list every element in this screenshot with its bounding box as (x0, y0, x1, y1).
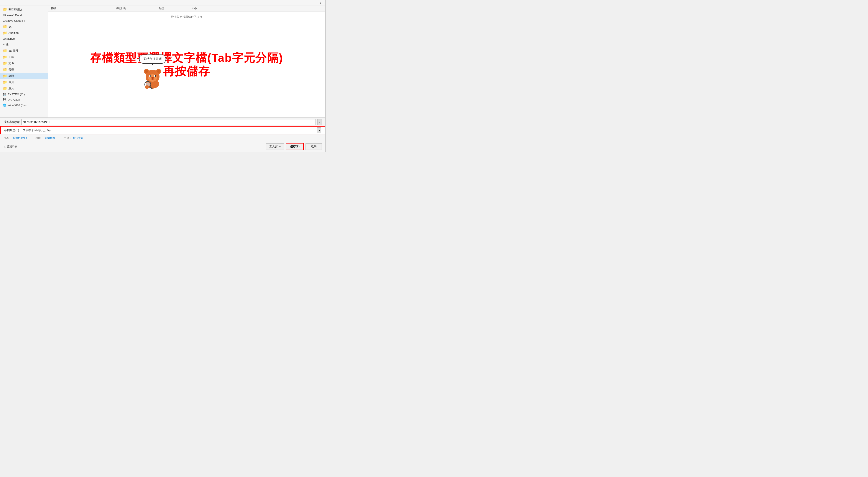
svg-point-10 (155, 75, 156, 77)
sidebar-item-label: 1x (8, 25, 11, 28)
svg-point-9 (150, 75, 151, 77)
author-value[interactable]: 張書怡 kena (13, 136, 27, 140)
filename-dropdown-arrow[interactable]: ▾ (317, 119, 322, 125)
filename-label: 檔案名稱(N): (4, 120, 20, 124)
sidebar-item-audition[interactable]: 📁 Audition (0, 30, 48, 36)
sidebar-item-label: erica0616 (\\stc (8, 103, 27, 107)
sidebar-item-label: 本機 (3, 42, 8, 47)
tools-dropdown-arrow: ▾ (279, 145, 281, 148)
speech-bubble-text: 要特別注意喔 (144, 57, 162, 61)
action-left: ▲ 藏資料夾 (4, 145, 264, 149)
folder-icon: 📁 (3, 67, 7, 72)
title-value[interactable]: 新增標題 (45, 136, 55, 140)
sidebar-item-music[interactable]: 📁 音樂 (0, 66, 48, 73)
sidebar-item-label: 桌面 (8, 74, 14, 78)
sidebar-item-label: DATA (D:) (8, 98, 20, 101)
filetype-dropdown-arrow[interactable]: ▾ (317, 127, 321, 133)
drive-icon: 💾 (3, 93, 6, 96)
svg-point-11 (151, 77, 154, 79)
sidebar-item-msexcel[interactable]: Microsoft Excel (0, 12, 48, 18)
column-headers: 名稱 修改日期 類型 大小 (48, 5, 325, 11)
filename-input[interactable] (22, 119, 316, 125)
col-date-header[interactable]: 修改日期 (116, 6, 159, 10)
col-name-header[interactable]: 名稱 (51, 6, 116, 10)
folder-icon: 📁 (3, 31, 7, 35)
sidebar-item-videos[interactable]: 📁 影片 (0, 85, 48, 92)
sidebar-item-1x[interactable]: 📁 1x (0, 24, 48, 30)
empty-file-area: 沒有符合搜尋條件的項目 存檔類型要選擇文字檔(Tab字元分隔) 再按儲存 要特別… (48, 11, 325, 117)
mascot-container: 要特別注意喔 (139, 55, 166, 89)
filename-row: 檔案名稱(N): ▾ (0, 118, 325, 126)
sidebar-item-thispc[interactable]: 本機 (0, 41, 48, 48)
sidebar-item-creative[interactable]: Creative Cloud Fi (0, 18, 48, 24)
filetype-label: 存檔類型(T): (4, 128, 20, 132)
title-field: 標題： 新增標題 (36, 136, 55, 140)
sidebar-item-desktop[interactable]: 📁 桌面 (0, 73, 48, 79)
action-row: ▲ 藏資料夾 工具(L) ▾ 儲存(S) 取消 (0, 141, 325, 152)
mascot-icon (142, 65, 163, 89)
main-content: 📁 iBOSS國文 Microsoft Excel Creative Cloud… (0, 5, 325, 117)
subject-value[interactable]: 指定主題 (73, 136, 83, 140)
network-icon: 🌐 (3, 103, 6, 107)
file-area: 名稱 修改日期 類型 大小 沒有符合搜尋條件的項目 存檔類型要選擇文字檔(Tab… (48, 5, 325, 117)
filetype-row: 存檔類型(T): ▾ (0, 126, 325, 135)
sidebar-item-erica[interactable]: 🌐 erica0616 (\\stc (0, 102, 48, 108)
subject-field: 主旨： 指定主題 (64, 136, 83, 140)
filetype-input[interactable] (22, 128, 315, 133)
cancel-button[interactable]: 取消 (306, 143, 322, 150)
sidebar: 📁 iBOSS國文 Microsoft Excel Creative Cloud… (0, 5, 48, 117)
folder-icon: 📁 (3, 7, 7, 11)
folder-icon: 📁 (3, 74, 7, 78)
svg-point-5 (157, 70, 160, 73)
sidebar-item-downloads[interactable]: 📁 下載 (0, 54, 48, 60)
sidebar-item-datad[interactable]: 💾 DATA (D:) (0, 97, 48, 102)
save-dialog: ▲ 📁 iBOSS國文 Microsoft Excel Creative Clo… (0, 0, 326, 152)
annotation-line2: 再按儲存 (163, 64, 210, 78)
sidebar-item-systemc[interactable]: 💾 SYSTEM (C:) (0, 92, 48, 97)
col-size-header[interactable]: 大小 (192, 6, 213, 10)
annotation-line1: 存檔類型要選擇文字檔(Tab字元分隔) (90, 51, 283, 64)
sidebar-item-label: OneDrive (3, 37, 15, 40)
subject-label: 主旨： (64, 136, 72, 140)
folder-icon: 📁 (3, 25, 7, 29)
sidebar-item-onedrive[interactable]: OneDrive (0, 36, 48, 41)
sidebar-item-3d[interactable]: 📁 3D 物件 (0, 48, 48, 54)
sidebar-item-label: Creative Cloud Fi (3, 19, 25, 22)
col-type-header[interactable]: 類型 (159, 6, 192, 10)
title-label: 標題： (36, 136, 43, 140)
sidebar-item-label: 3D 物件 (8, 49, 19, 53)
drive-icon: 💾 (3, 98, 6, 101)
sidebar-item-label: SYSTEM (C:) (8, 93, 25, 96)
sidebar-item-documents[interactable]: 📁 文件 (0, 60, 48, 66)
folder-icon: 📁 (3, 61, 7, 65)
tools-button[interactable]: 工具(L) ▾ (266, 143, 284, 150)
folder-icon: 📁 (3, 80, 7, 84)
sidebar-item-label: Audition (8, 31, 19, 34)
sidebar-item-label: 下載 (8, 55, 14, 59)
sidebar-item-label: iBOSS國文 (8, 8, 23, 11)
sidebar-item-label: 圖片 (8, 80, 14, 84)
annotation-overlay: 存檔類型要選擇文字檔(Tab字元分隔) 再按儲存 (48, 11, 325, 117)
topbar: ▲ (0, 0, 325, 5)
sidebar-item-label: Microsoft Excel (3, 14, 22, 17)
hidden-folders-text: 藏資料夾 (7, 145, 18, 149)
svg-point-15 (145, 85, 149, 89)
folder-icon: 📁 (3, 55, 7, 59)
sidebar-item-label: 影片 (8, 87, 14, 91)
empty-message: 沒有符合搜尋條件的項目 (171, 15, 202, 19)
author-field: 作者： 張書怡 kena (4, 136, 27, 140)
svg-point-4 (145, 70, 148, 73)
speech-bubble: 要特別注意喔 (139, 55, 166, 64)
sidebar-item-label: 文件 (8, 61, 14, 65)
sidebar-item-iboss[interactable]: 📁 iBOSS國文 (0, 6, 48, 12)
sort-indicator: ▲ (319, 2, 322, 4)
folder-icon: 📁 (3, 49, 7, 53)
metadata-row: 作者： 張書怡 kena 標題： 新增標題 主旨： 指定主題 (0, 135, 325, 141)
bottom-section: 檔案名稱(N): ▾ 存檔類型(T): ▾ 作者： 張書怡 kena 標題： 新… (0, 117, 325, 152)
save-button[interactable]: 儲存(S) (286, 143, 304, 150)
folder-icon: 📁 (3, 86, 7, 91)
sidebar-item-label: 音樂 (8, 68, 14, 72)
author-label: 作者： (4, 136, 11, 140)
sidebar-item-pictures[interactable]: 📁 圖片 (0, 79, 48, 85)
expand-icon: ▲ (4, 145, 6, 148)
